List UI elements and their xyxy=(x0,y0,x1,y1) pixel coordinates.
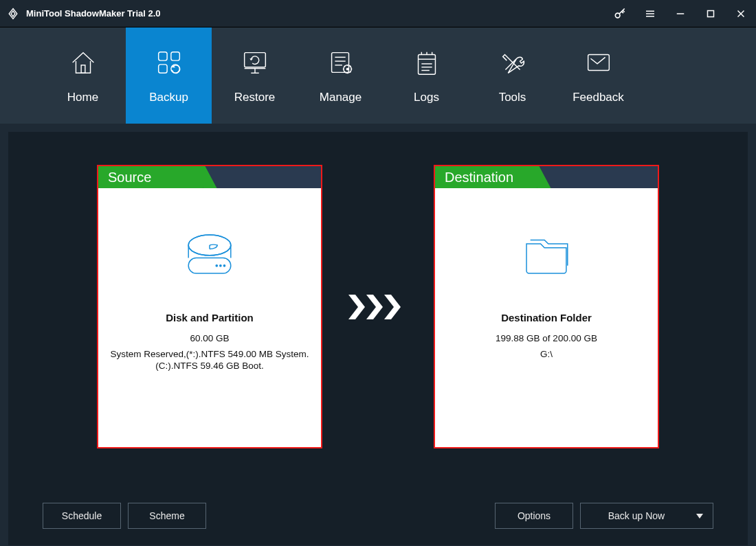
svg-point-0 xyxy=(615,13,620,18)
nav-restore[interactable]: Restore xyxy=(212,27,298,124)
app-logo-icon xyxy=(5,6,21,21)
backup-now-button[interactable]: Back up Now xyxy=(580,503,713,529)
svg-point-34 xyxy=(220,265,221,266)
nav-feedback[interactable]: Feedback xyxy=(555,27,641,124)
maximize-button[interactable] xyxy=(696,0,726,27)
backup-now-label: Back up Now xyxy=(608,510,665,521)
destination-size: 199.88 GB of 200.00 GB xyxy=(496,333,597,343)
nav-manage[interactable]: Manage xyxy=(298,27,383,124)
main-nav: Home Backup Restore Manage Logs Tools xyxy=(0,27,756,124)
app-title: MiniTool ShadowMaker Trial 2.0 xyxy=(26,8,605,19)
destination-path: G:\ xyxy=(533,349,559,359)
svg-rect-9 xyxy=(158,52,166,60)
content-area: Source Disk and Partition 60.00 GB S xyxy=(0,124,756,546)
nav-label: Feedback xyxy=(572,91,624,104)
source-detail-1: System Reserved,(*:).NTFS 549.00 MB Syst… xyxy=(104,349,316,359)
restore-icon xyxy=(239,47,271,78)
nav-label: Backup xyxy=(149,91,188,104)
logs-icon xyxy=(411,47,443,78)
svg-rect-8 xyxy=(81,65,85,73)
source-detail-2: (C:).NTFS 59.46 GB Boot. xyxy=(155,361,264,371)
scheme-button[interactable]: Scheme xyxy=(128,503,206,529)
svg-point-33 xyxy=(216,265,217,266)
chevron-down-icon xyxy=(696,510,703,521)
nav-label: Tools xyxy=(499,91,526,104)
bottom-bar: Schedule Scheme Options Back up Now xyxy=(43,503,713,529)
nav-label: Logs xyxy=(414,91,439,104)
close-button[interactable] xyxy=(726,0,756,27)
manage-icon xyxy=(325,47,357,78)
schedule-button[interactable]: Schedule xyxy=(43,503,121,529)
source-title: Disk and Partition xyxy=(166,312,254,323)
svg-rect-13 xyxy=(244,53,265,67)
arrow-icon xyxy=(347,292,409,322)
nav-backup[interactable]: Backup xyxy=(126,27,212,124)
cards-row: Source Disk and Partition 60.00 GB S xyxy=(43,165,713,448)
folder-icon xyxy=(518,228,575,280)
svg-point-35 xyxy=(223,265,225,266)
source-tab-label: Source xyxy=(98,166,203,188)
backup-icon xyxy=(153,47,185,78)
nav-tools[interactable]: Tools xyxy=(469,27,555,124)
nav-home[interactable]: Home xyxy=(40,27,126,124)
source-card-header: Source xyxy=(98,166,321,188)
destination-tab-label: Destination xyxy=(435,166,537,188)
source-card[interactable]: Source Disk and Partition 60.00 GB S xyxy=(97,165,322,448)
tools-icon xyxy=(497,47,529,78)
window-controls xyxy=(605,0,756,27)
title-bar: MiniTool ShadowMaker Trial 2.0 xyxy=(0,0,756,27)
svg-rect-23 xyxy=(418,55,435,75)
options-button[interactable]: Options xyxy=(495,503,573,529)
home-icon xyxy=(67,47,99,78)
key-icon[interactable] xyxy=(605,0,635,27)
svg-rect-11 xyxy=(158,65,166,73)
destination-card[interactable]: Destination Destination Folder 199.88 GB… xyxy=(434,165,659,448)
svg-point-22 xyxy=(346,68,348,71)
backup-panel: Source Disk and Partition 60.00 GB S xyxy=(8,132,748,545)
nav-label: Manage xyxy=(320,91,362,104)
minimize-button[interactable] xyxy=(665,0,696,27)
destination-card-header: Destination xyxy=(435,166,658,188)
svg-rect-5 xyxy=(708,10,714,16)
disk-icon xyxy=(181,228,238,280)
menu-icon[interactable] xyxy=(635,0,665,27)
svg-rect-10 xyxy=(170,52,179,60)
nav-logs[interactable]: Logs xyxy=(383,27,469,124)
nav-label: Restore xyxy=(234,91,276,104)
nav-label: Home xyxy=(67,91,98,104)
feedback-icon xyxy=(583,47,614,78)
source-size: 60.00 GB xyxy=(190,333,229,343)
destination-title: Destination Folder xyxy=(501,312,592,323)
